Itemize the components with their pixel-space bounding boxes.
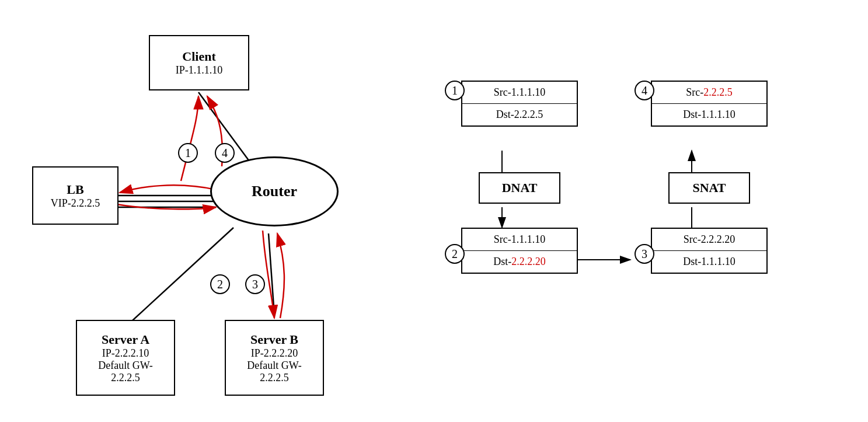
dnat-label: DNAT <box>502 180 538 195</box>
p1-src: Src-1.1.1.10 <box>462 82 577 104</box>
p4-dst: Dst-1.1.1.10 <box>652 104 766 125</box>
snat-box: SNAT <box>668 172 750 204</box>
server-b-label: Server B <box>250 332 298 347</box>
server-b-ip: IP-2.2.2.20 <box>251 347 298 360</box>
server-a-label: Server A <box>102 332 149 347</box>
lb-label: LB <box>67 182 83 197</box>
server-a-gw2: 2.2.2.5 <box>111 372 140 384</box>
p2-dst: Dst-2.2.2.20 <box>462 251 577 273</box>
dnat-box: DNAT <box>479 172 560 204</box>
circle-1-left: 1 <box>178 143 198 163</box>
server-b-node: Server B IP-2.2.2.20 Default GW- 2.2.2.5 <box>225 320 324 396</box>
circle-2-left: 2 <box>210 274 230 294</box>
server-a-ip: IP-2.2.2.10 <box>102 347 149 360</box>
p4-src-red: 2.2.2.5 <box>703 86 733 98</box>
client-node: Client IP-1.1.1.10 <box>149 35 249 90</box>
server-b-gw1: Default GW- <box>247 360 301 372</box>
circle-3-left: 3 <box>245 274 265 294</box>
router-node: Router <box>210 156 339 226</box>
p3-src: Src-2.2.2.20 <box>652 229 766 251</box>
client-ip: IP-1.1.1.10 <box>176 64 223 76</box>
circle-2-right: 2 <box>445 244 465 264</box>
packet-1: Src-1.1.1.10 Dst-2.2.2.5 <box>461 81 578 127</box>
snat-label: SNAT <box>692 180 726 195</box>
server-a-node: Server A IP-2.2.2.10 Default GW- 2.2.2.5 <box>76 320 175 396</box>
p4-src: Src-2.2.2.5 <box>652 82 766 104</box>
client-label: Client <box>182 49 215 64</box>
lb-vip: VIP-2.2.2.5 <box>51 197 100 210</box>
p4-src-label: Src-2.2.2.5 <box>686 86 733 98</box>
svg-line-8 <box>269 233 274 315</box>
p2-dst-text: Dst-2.2.2.20 <box>493 256 546 267</box>
circle-3-right: 3 <box>635 244 654 264</box>
diagram: Client IP-1.1.1.10 LB VIP-2.2.2.5 Router… <box>0 0 868 422</box>
p1-dst: Dst-2.2.2.5 <box>462 104 577 125</box>
server-a-gw1: Default GW- <box>98 360 152 372</box>
circle-1-right: 1 <box>445 81 465 100</box>
circle-4-left: 4 <box>215 143 235 163</box>
router-label: Router <box>252 183 297 200</box>
lb-node: LB VIP-2.2.2.5 <box>32 166 118 225</box>
packet-2: Src-1.1.1.10 Dst-2.2.2.20 <box>461 228 578 274</box>
p3-dst: Dst-1.1.1.10 <box>652 251 766 273</box>
packet-4: Src-2.2.2.5 Dst-1.1.1.10 <box>651 81 768 127</box>
server-b-gw2: 2.2.2.5 <box>260 372 289 384</box>
p2-dst-red: 2.2.2.20 <box>511 256 546 267</box>
p2-src: Src-1.1.1.10 <box>462 229 577 251</box>
packet-3: Src-2.2.2.20 Dst-1.1.1.10 <box>651 228 768 274</box>
circle-4-right: 4 <box>635 81 654 100</box>
